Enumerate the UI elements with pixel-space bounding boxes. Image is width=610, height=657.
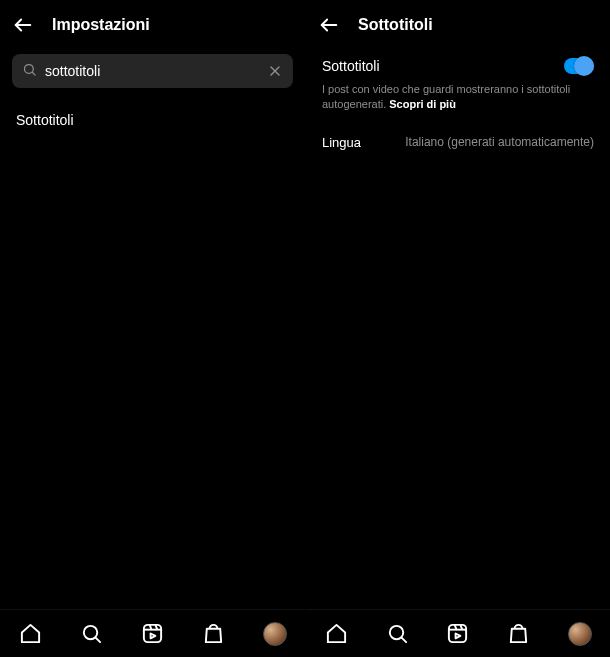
svg-line-2 bbox=[32, 72, 35, 75]
language-row[interactable]: Lingua Italiano (generati automaticament… bbox=[306, 117, 610, 168]
captions-toggle-row[interactable]: Sottotitoli bbox=[306, 46, 610, 82]
nav-reels-icon[interactable] bbox=[133, 614, 173, 654]
svg-marker-19 bbox=[456, 634, 461, 639]
header: Impostazioni bbox=[0, 0, 305, 46]
nav-profile-avatar[interactable] bbox=[560, 614, 600, 654]
search-container bbox=[0, 46, 305, 98]
nav-profile-avatar[interactable] bbox=[255, 614, 295, 654]
bottom-nav bbox=[0, 609, 305, 657]
search-results: Sottotitoli bbox=[0, 98, 305, 609]
captions-toggle-label: Sottotitoli bbox=[322, 58, 380, 74]
captions-description: I post con video che guardi mostreranno … bbox=[306, 82, 610, 117]
captions-pane: Sottotitoli Sottotitoli I post con video… bbox=[305, 0, 610, 657]
nav-search-icon[interactable] bbox=[72, 614, 112, 654]
captions-content: Sottotitoli I post con video che guardi … bbox=[306, 46, 610, 609]
avatar bbox=[568, 622, 592, 646]
avatar bbox=[263, 622, 287, 646]
clear-icon[interactable] bbox=[267, 63, 283, 79]
search-icon bbox=[22, 62, 37, 81]
nav-shop-icon[interactable] bbox=[499, 614, 539, 654]
nav-shop-icon[interactable] bbox=[194, 614, 234, 654]
search-field[interactable] bbox=[12, 54, 293, 88]
learn-more-link[interactable]: Scopri di più bbox=[389, 98, 456, 110]
nav-home-icon[interactable] bbox=[11, 614, 51, 654]
svg-line-6 bbox=[96, 638, 100, 642]
nav-search-icon[interactable] bbox=[377, 614, 417, 654]
language-label: Lingua bbox=[322, 135, 361, 150]
back-icon[interactable] bbox=[318, 14, 340, 36]
settings-pane: Impostazioni Sottotitoli bbox=[0, 0, 305, 657]
nav-home-icon[interactable] bbox=[316, 614, 356, 654]
nav-reels-icon[interactable] bbox=[438, 614, 478, 654]
bottom-nav bbox=[306, 609, 610, 657]
back-icon[interactable] bbox=[12, 14, 34, 36]
page-title: Impostazioni bbox=[52, 16, 150, 34]
language-value: Italiano (generati automaticamente) bbox=[405, 135, 594, 149]
search-result-sottotitoli[interactable]: Sottotitoli bbox=[0, 98, 305, 142]
search-input[interactable] bbox=[45, 63, 259, 79]
header: Sottotitoli bbox=[306, 0, 610, 46]
svg-line-14 bbox=[402, 638, 406, 642]
page-title: Sottotitoli bbox=[358, 16, 433, 34]
captions-toggle[interactable] bbox=[564, 58, 594, 74]
svg-marker-11 bbox=[151, 634, 156, 639]
